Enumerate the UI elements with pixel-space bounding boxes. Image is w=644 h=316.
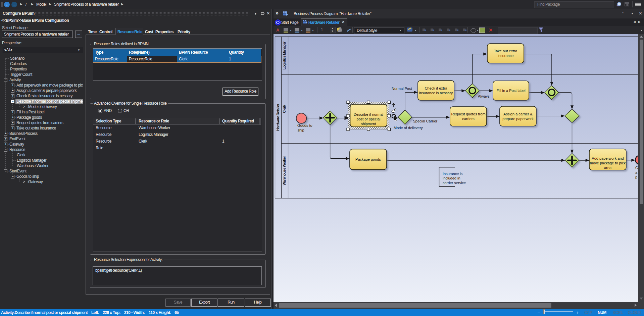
- svg-text:insurance is nessary: insurance is nessary: [419, 91, 453, 95]
- svg-text:insurance: insurance: [498, 54, 514, 58]
- svg-text:p: p: [635, 175, 637, 179]
- svg-text:a: a: [635, 170, 638, 174]
- svg-text:Add paperwork and: Add paperwork and: [592, 156, 624, 160]
- svg-text:Mode of delievery: Mode of delievery: [394, 126, 423, 130]
- svg-text:shipment: shipment: [361, 122, 376, 126]
- svg-text:Fill in a Post label: Fill in a Post label: [496, 89, 525, 93]
- svg-text:area: area: [604, 166, 612, 170]
- svg-text:Insurance is: Insurance is: [443, 172, 463, 176]
- svg-text:carrier service: carrier service: [443, 181, 466, 185]
- svg-text:Goods to: Goods to: [297, 123, 312, 127]
- svg-text:Clerk: Clerk: [282, 105, 286, 113]
- svg-text:Hardware Retailer: Hardware Retailer: [276, 104, 280, 131]
- svg-text:carriers: carriers: [462, 117, 475, 121]
- svg-text:move package to pick: move package to pick: [590, 161, 626, 165]
- svg-text:Special Carrier: Special Carrier: [413, 119, 438, 123]
- svg-text:ship: ship: [298, 128, 304, 132]
- svg-text:Logistics Manager: Logistics Manager: [282, 41, 286, 69]
- svg-text:Package goods: Package goods: [355, 157, 381, 161]
- svg-text:Request quotes from: Request quotes from: [451, 112, 485, 116]
- svg-text:included in: included in: [443, 176, 460, 180]
- svg-text:Describe if normal: Describe if normal: [354, 112, 384, 116]
- svg-text:G: G: [635, 166, 638, 170]
- svg-text:prepare paperwork: prepare paperwork: [502, 117, 534, 121]
- svg-text:post or special: post or special: [357, 117, 381, 121]
- svg-text:Normal Post: Normal Post: [392, 87, 412, 91]
- svg-text:Warehouse Worker: Warehouse Worker: [282, 156, 286, 185]
- svg-text:Take out extra: Take out extra: [494, 49, 517, 53]
- svg-text:Always: Always: [478, 94, 490, 98]
- svg-text:Assign a carrier &: Assign a carrier &: [503, 112, 533, 116]
- svg-text:Check if extra: Check if extra: [425, 86, 447, 90]
